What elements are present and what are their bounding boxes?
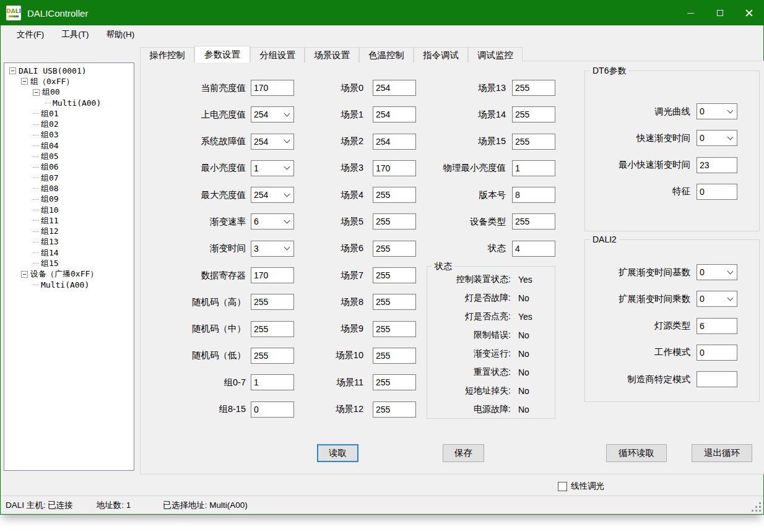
tree-item-2[interactable]: 组00 (4, 87, 134, 98)
scene-input-3[interactable] (373, 160, 416, 176)
linear-dimming-checkbox[interactable]: 线性调光 (558, 481, 604, 492)
resize-grip[interactable] (752, 502, 762, 512)
menu-item-0[interactable]: 文件(F) (8, 26, 53, 43)
close-button[interactable] (734, 1, 763, 25)
dali2-input-4[interactable] (697, 371, 737, 387)
col3-input-0[interactable] (512, 80, 555, 96)
dt6-input-3[interactable] (697, 184, 737, 200)
col3-input-5[interactable] (512, 213, 555, 230)
scene-input-2[interactable] (373, 134, 416, 150)
tree-expander-icon[interactable] (9, 67, 16, 74)
tree-item-4[interactable]: 组01 (4, 108, 134, 119)
scene-row-5: 场景5 (286, 213, 416, 230)
dt6-combo-1[interactable]: 0 (697, 130, 737, 146)
col3-input-2[interactable] (512, 134, 555, 150)
dt6-combo-0[interactable]: 0 (697, 103, 737, 119)
tree-item-0[interactable]: DALI USB(0001) (4, 66, 134, 76)
maximize-button[interactable] (705, 1, 734, 25)
tree-item-12[interactable]: 组09 (4, 194, 134, 205)
tab-6[interactable]: 调试监控 (468, 47, 523, 62)
dali2-label-0: 扩展渐变时间基数 (585, 267, 690, 278)
dali2-combo-0[interactable]: 0 (697, 264, 737, 280)
tree-item-13[interactable]: 组10 (4, 205, 134, 215)
scene-label-1: 场景1 (286, 109, 363, 121)
col1-row-12: 组8-15 (153, 401, 294, 418)
tree-connector (33, 167, 39, 168)
tree-item-label: Multi(A00) (53, 98, 101, 108)
scene-input-7[interactable] (373, 267, 416, 283)
scene-input-12[interactable] (373, 401, 416, 418)
dali2-combo-1[interactable]: 0 (697, 291, 737, 307)
tree-item-9[interactable]: 组06 (4, 162, 134, 173)
minimize-button[interactable] (676, 1, 705, 25)
scene-input-10[interactable] (373, 348, 416, 364)
scene-input-11[interactable] (373, 374, 416, 390)
dali2-fields: 扩展渐变时间基数0扩展渐变时间乘数0灯源类型工作模式制造商特定模式 (585, 240, 759, 387)
col1-row-6: 渐变时间3 (153, 241, 294, 257)
col3-row-1: 场景14 (428, 106, 555, 122)
scene-input-6[interactable] (373, 241, 416, 257)
dt6-input-2[interactable] (697, 157, 737, 173)
tree-item-3[interactable]: Multi(A00) (4, 98, 134, 108)
tree-item-label: 组05 (41, 151, 59, 162)
save-button[interactable]: 保存 (443, 444, 484, 462)
tree-item-10[interactable]: 组07 (4, 173, 134, 183)
col3-input-1[interactable] (512, 106, 555, 122)
col3-row-3: 物理最小亮度值 (428, 160, 555, 176)
tree-expander-icon[interactable] (21, 271, 28, 278)
read-button[interactable]: 读取 (317, 444, 358, 462)
scene-input-4[interactable] (373, 187, 416, 203)
tree-item-label: 组03 (41, 129, 59, 140)
status-row-6: 短地址掉失:No (427, 384, 555, 398)
tab-1[interactable]: 参数设置 (194, 46, 250, 62)
tree-item-8[interactable]: 组05 (4, 151, 134, 161)
col3-input-3[interactable] (512, 160, 555, 176)
dt6-label-1: 快速渐变时间 (585, 132, 690, 144)
tree-item-6[interactable]: 组03 (4, 130, 134, 140)
tree-item-19[interactable]: 设备（广播0xFF） (4, 269, 134, 280)
tree-item-1[interactable]: 组（0xFF） (4, 76, 134, 87)
tree-item-14[interactable]: 组11 (4, 215, 134, 226)
menu-item-1[interactable]: 工具(T) (53, 26, 97, 43)
tree-item-16[interactable]: 组13 (4, 237, 134, 247)
tab-0[interactable]: 操作控制 (140, 47, 194, 62)
tree-expander-icon[interactable] (33, 89, 40, 96)
tree-item-7[interactable]: 组04 (4, 140, 134, 151)
menu-item-2[interactable]: 帮助(H) (98, 26, 144, 43)
dt6-group-title: DT6参数 (590, 66, 628, 77)
chevron-down-icon (727, 268, 734, 274)
dali2-input-3[interactable] (697, 345, 737, 361)
tab-2[interactable]: 分组设置 (250, 47, 305, 62)
col3-input-6[interactable] (512, 241, 555, 257)
col1-label-8: 随机码（高） (153, 296, 246, 308)
col3-input-4[interactable] (512, 187, 555, 203)
dali2-row-0: 扩展渐变时间基数0 (585, 264, 759, 280)
col1-label-6: 渐变时间 (153, 242, 246, 254)
loop-read-button[interactable]: 循环读取 (606, 444, 667, 462)
scene-input-8[interactable] (373, 294, 416, 310)
dali2-input-2[interactable] (697, 318, 737, 334)
tab-5[interactable]: 指令调试 (414, 47, 468, 62)
col1-row-2: 系统故障值254 (153, 134, 294, 150)
menu-bar: 文件(F)工具(T)帮助(H) (1, 25, 763, 44)
scene-input-0[interactable] (373, 80, 416, 96)
tree-item-17[interactable]: 组14 (4, 247, 134, 258)
tree-item-18[interactable]: 组15 (4, 258, 134, 268)
tab-3[interactable]: 场景设置 (305, 47, 359, 62)
tree-item-15[interactable]: 组12 (4, 226, 134, 236)
tree-item-5[interactable]: 组02 (4, 119, 134, 129)
window-controls (676, 1, 763, 25)
tree-expander-icon[interactable] (21, 78, 28, 85)
tree-item-11[interactable]: 组08 (4, 183, 134, 194)
tree-item-label: Multi(A00) (41, 280, 89, 290)
minimize-icon (687, 13, 694, 14)
tree-item-label: 组10 (41, 205, 59, 216)
exit-loop-button[interactable]: 退出循环 (692, 444, 752, 462)
tab-4[interactable]: 色温控制 (359, 47, 414, 62)
dali2-combo-value-0: 0 (700, 267, 705, 277)
status-row-label-6: 短地址掉失: (427, 385, 511, 397)
scene-input-1[interactable] (373, 106, 416, 122)
scene-input-5[interactable] (373, 213, 416, 230)
tree-item-20[interactable]: Multi(A00) (4, 280, 134, 290)
scene-input-9[interactable] (373, 321, 416, 337)
